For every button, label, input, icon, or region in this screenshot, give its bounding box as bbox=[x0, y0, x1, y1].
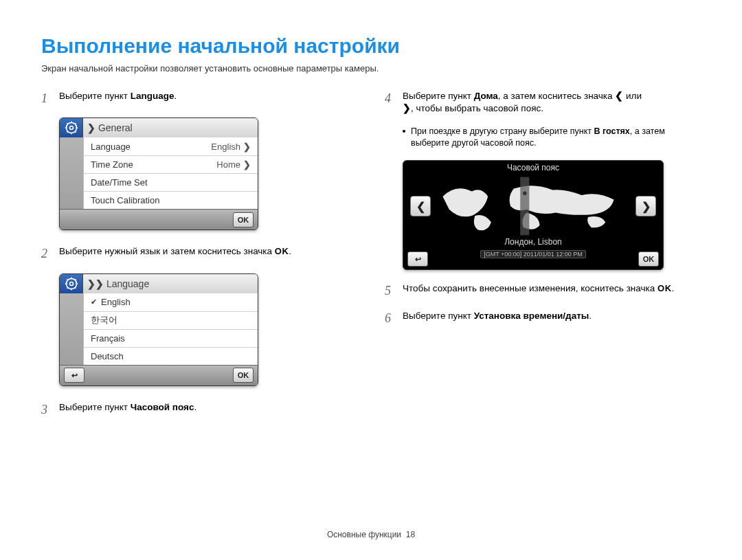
step-3: 3 Выберите пункт Часовой пояс. bbox=[41, 401, 357, 418]
footer-section: Основные функции bbox=[327, 530, 401, 539]
svg-line-17 bbox=[75, 287, 76, 289]
back-arrow-icon: ↩ bbox=[415, 255, 421, 264]
step3-text-post: . bbox=[194, 402, 196, 412]
step4-post: или bbox=[623, 91, 642, 101]
svg-rect-21 bbox=[520, 177, 529, 236]
tz-prev-button[interactable]: ❮ bbox=[410, 196, 431, 216]
row-timezone-label: Time Zone bbox=[91, 159, 133, 170]
row-language-value: English bbox=[211, 142, 240, 152]
row-language[interactable]: Language English❯ bbox=[84, 137, 258, 155]
row-timezone[interactable]: Time Zone Home❯ bbox=[84, 155, 258, 173]
language-panel-title-text: Language bbox=[106, 278, 149, 289]
step-number: 4 bbox=[385, 90, 394, 115]
step-number: 1 bbox=[41, 90, 51, 107]
language-panel: ❯❯ Language ✔ English 한국어 Français Deuts… bbox=[59, 273, 258, 386]
tz-next-button[interactable]: ❯ bbox=[636, 196, 656, 216]
chevron-left-icon: ❮ bbox=[615, 90, 623, 102]
svg-line-8 bbox=[67, 131, 68, 133]
lang-korean-label: 한국어 bbox=[91, 314, 117, 326]
lang-korean[interactable]: 한국어 bbox=[84, 311, 258, 329]
general-panel: ❯ General Language English❯ Time Zone Ho… bbox=[59, 117, 258, 230]
back-arrow-icon: ↩ bbox=[71, 371, 78, 380]
row-datetime[interactable]: Date/Time Set bbox=[84, 173, 258, 191]
svg-line-16 bbox=[67, 279, 68, 280]
step-4: 4 Выберите пункт Дома, а затем коснитесь… bbox=[385, 90, 701, 115]
step-5: 5 Чтобы сохранить внесенные изменения, к… bbox=[385, 282, 701, 299]
step4-end: , чтобы выбрать часовой пояс. bbox=[411, 103, 543, 113]
step4-bullet: При поездке в другую страну выберите пун… bbox=[403, 126, 701, 149]
step1-text-bold: Language bbox=[131, 91, 175, 101]
step3-text-pre: Выберите пункт bbox=[59, 402, 131, 412]
svg-point-11 bbox=[69, 282, 73, 285]
svg-line-18 bbox=[67, 287, 68, 289]
chevron-right-icon: ❯ bbox=[403, 102, 411, 115]
lang-german-label: Deutsch bbox=[91, 351, 124, 361]
step5-text: Чтобы сохранить внесенные изменения, кос… bbox=[403, 283, 657, 293]
row-language-label: Language bbox=[91, 142, 131, 152]
row-timezone-value: Home bbox=[216, 159, 240, 170]
row-touchcal-label: Touch Calibration bbox=[91, 195, 159, 205]
step-number: 2 bbox=[41, 245, 51, 262]
ok-button[interactable]: OK bbox=[233, 368, 254, 383]
bullet-bold: В гостях bbox=[594, 126, 629, 136]
tz-location: Лондон, Lisbon bbox=[403, 237, 663, 247]
step6-bold: Установка времени/даты bbox=[474, 311, 589, 321]
step1-text-post: . bbox=[174, 91, 177, 101]
tz-panel-title: Часовой пояс bbox=[403, 161, 663, 172]
gear-icon bbox=[60, 118, 83, 137]
step-number: 3 bbox=[41, 401, 51, 418]
ok-button[interactable]: OK bbox=[638, 251, 659, 267]
page-subtitle: Экран начальной настройки позволяет уста… bbox=[41, 63, 701, 74]
svg-line-9 bbox=[75, 124, 76, 125]
svg-line-7 bbox=[75, 131, 76, 133]
step2-text: Выберите нужный язык и затем коснитесь з… bbox=[59, 246, 275, 256]
step2-dot: . bbox=[289, 246, 291, 256]
step-number: 5 bbox=[385, 282, 394, 299]
lang-english-label: English bbox=[101, 297, 131, 307]
right-column: 4 Выберите пункт Дома, а затем коснитесь… bbox=[385, 90, 701, 429]
bullet-icon bbox=[403, 130, 405, 133]
chevron-right-icon: ❯ bbox=[243, 159, 251, 170]
footer-page: 18 bbox=[406, 530, 415, 539]
step-2: 2 Выберите нужный язык и затем коснитесь… bbox=[41, 245, 357, 262]
lang-french[interactable]: Français bbox=[84, 329, 258, 347]
page-footer: Основные функции 18 bbox=[0, 530, 742, 539]
svg-line-19 bbox=[75, 279, 76, 280]
chevron-right-icon: ❯ bbox=[243, 142, 251, 152]
ok-inline-icon: OK bbox=[275, 246, 289, 256]
chevron-right-icon: ❯ bbox=[642, 200, 651, 213]
step-6: 6 Выберите пункт Установка времени/даты. bbox=[385, 310, 701, 326]
step4-bold: Дома bbox=[474, 91, 498, 101]
row-touchcal[interactable]: Touch Calibration bbox=[84, 191, 258, 209]
general-panel-title-text: General bbox=[98, 122, 133, 133]
general-panel-title: ❯ General bbox=[83, 118, 258, 137]
page-title: Выполнение начальной настройки bbox=[41, 34, 701, 58]
svg-point-22 bbox=[523, 192, 527, 196]
timezone-panel: Часовой пояс ❮ bbox=[403, 160, 664, 270]
lang-french-label: Français bbox=[91, 333, 125, 344]
check-icon: ✔ bbox=[91, 298, 97, 306]
step-1: 1 Выберите пункт Language. bbox=[41, 90, 357, 107]
lang-german[interactable]: Deutsch bbox=[84, 347, 258, 365]
step4-pre: Выберите пункт bbox=[403, 91, 474, 101]
step1-text-pre: Выберите пункт bbox=[59, 91, 131, 101]
step-number: 6 bbox=[385, 310, 394, 326]
chevron-right-icon: ❯ bbox=[87, 122, 95, 133]
back-button[interactable]: ↩ bbox=[407, 251, 428, 267]
chevron-left-icon: ❮ bbox=[416, 200, 425, 213]
lang-english[interactable]: ✔ English bbox=[84, 293, 258, 311]
gear-icon bbox=[60, 274, 83, 293]
step3-text-bold: Часовой пояс bbox=[131, 402, 194, 412]
bullet-part1: При поездке в другую страну выберите пун… bbox=[411, 126, 594, 136]
language-panel-title: ❯❯ Language bbox=[83, 274, 258, 293]
step5-dot: . bbox=[672, 283, 675, 293]
chevron-right-icon: ❯❯ bbox=[87, 278, 104, 289]
row-datetime-label: Date/Time Set bbox=[91, 177, 148, 188]
world-map bbox=[436, 175, 630, 237]
ok-button[interactable]: OK bbox=[233, 212, 254, 227]
step6-pre: Выберите пункт bbox=[403, 311, 474, 321]
svg-point-1 bbox=[69, 126, 73, 130]
back-button[interactable]: ↩ bbox=[64, 368, 85, 383]
left-column: 1 Выберите пункт Language. bbox=[41, 90, 357, 429]
ok-inline-icon: OK bbox=[657, 283, 672, 293]
